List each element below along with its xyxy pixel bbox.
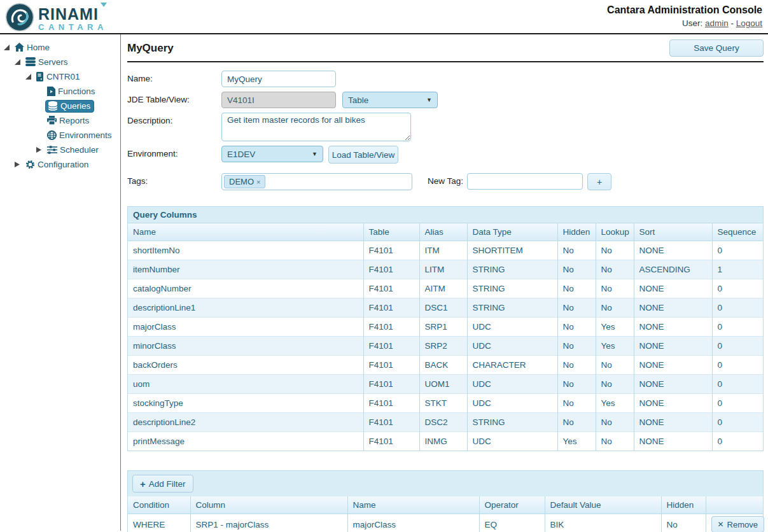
- table-cell: 0: [712, 374, 763, 393]
- environment-label: Environment:: [127, 146, 221, 158]
- table-row[interactable]: minorClassF4101SRP2UDCNoYesNONE0: [128, 336, 763, 355]
- filter-column-header[interactable]: Operator: [479, 496, 545, 514]
- logo-line2: CANTARA: [38, 23, 108, 31]
- filters-header-row: ConditionColumnNameOperatorDefault Value…: [128, 496, 763, 514]
- filters-panel: + Add Filter ConditionColumnNameOperator…: [127, 470, 764, 532]
- collapse-arrow-icon[interactable]: [15, 59, 24, 65]
- tags-input[interactable]: DEMO ×: [221, 173, 412, 190]
- table-cell: 0: [712, 412, 763, 431]
- scheduler-icon: [47, 146, 57, 154]
- load-table-view-button[interactable]: Load Table/View: [328, 146, 398, 164]
- filter-row[interactable]: WHERESRP1 - majorClassmajorClassEQBIKNo✕…: [128, 514, 763, 532]
- filter-column-header[interactable]: Name: [347, 496, 479, 514]
- sidebar-item-configuration[interactable]: Configuration: [0, 157, 120, 172]
- app-header: RINAMI CANTARA Cantara Administration Co…: [0, 0, 768, 34]
- column-header[interactable]: Name: [128, 223, 363, 241]
- table-cell: F4101: [363, 241, 419, 260]
- jde-table-view-row: JDE Table/View: Table ▼: [127, 92, 764, 108]
- sidebar-item-reports[interactable]: Reports: [0, 113, 120, 128]
- table-cell: NONE: [634, 241, 712, 260]
- filter-actions-cell: ✕Remove: [706, 514, 763, 532]
- name-input[interactable]: [221, 71, 336, 87]
- table-cell: No: [596, 412, 634, 431]
- table-cell: 0: [712, 298, 763, 317]
- table-row[interactable]: catalogNumberF4101AITMSTRINGNoNoNONE0: [128, 279, 763, 298]
- table-row[interactable]: printMessageF4101INMGUDCYesNoNONE0: [128, 431, 763, 451]
- table-cell: AITM: [419, 279, 467, 298]
- jde-table-view-label: JDE Table/View:: [127, 92, 221, 104]
- column-header[interactable]: Sequence: [712, 223, 763, 241]
- table-cell: CHARACTER: [467, 355, 557, 374]
- tag-remove-icon[interactable]: ×: [256, 178, 260, 186]
- table-cell: backOrders: [128, 355, 363, 374]
- table-row[interactable]: backOrdersF4101BACKCHARACTERNoNoNONE0: [128, 355, 763, 374]
- x-icon: ✕: [718, 520, 724, 529]
- logout-link[interactable]: Logout: [736, 18, 762, 28]
- table-cell: No: [557, 355, 596, 374]
- remove-filter-button[interactable]: ✕Remove: [711, 516, 764, 532]
- table-row[interactable]: stockingTypeF4101STKTUDCNoYesNONE0: [128, 393, 763, 412]
- expand-arrow-icon[interactable]: [15, 162, 24, 167]
- filter-column-header[interactable]: Column: [190, 496, 347, 514]
- servers-icon: [25, 57, 36, 66]
- table-cell: shortItemNo: [128, 241, 363, 260]
- sidebar-item-queries[interactable]: Queries: [0, 99, 120, 113]
- sidebar-item-servers[interactable]: Servers: [0, 55, 120, 69]
- filter-column-header[interactable]: Hidden: [661, 496, 706, 514]
- table-row[interactable]: shortItemNoF4101ITMSHORTITEMNoNoNONE0: [128, 241, 763, 260]
- sidebar-item-label: Environments: [59, 130, 112, 140]
- sidebar-item-environments[interactable]: Environments: [0, 128, 120, 143]
- table-cell: DSC1: [419, 298, 467, 317]
- table-row[interactable]: descriptionLine2F4101DSC2STRINGNoNoNONE0: [128, 412, 763, 431]
- sidebar-item-label: Scheduler: [60, 145, 99, 155]
- sidebar-item-home[interactable]: Home: [0, 40, 120, 55]
- filter-column-header[interactable]: Default Value: [545, 496, 661, 514]
- collapse-arrow-icon[interactable]: [4, 45, 13, 50]
- table-cell: F4101: [363, 431, 419, 451]
- add-filter-button[interactable]: + Add Filter: [132, 475, 193, 493]
- environment-row: Environment: E1DEV ▼ Load Table/View: [127, 146, 764, 164]
- table-row[interactable]: itemNumberF4101LITMSTRINGNoNoASCENDING1: [128, 260, 763, 279]
- save-query-button[interactable]: Save Query: [669, 39, 764, 57]
- column-header[interactable]: Sort: [634, 223, 712, 241]
- table-row[interactable]: descriptionLine1F4101DSC1STRINGNoNoNONE0: [128, 298, 763, 317]
- table-row[interactable]: uomF4101UOM1UDCNoNoNONE0: [128, 374, 763, 393]
- table-cell: F4101: [363, 336, 419, 355]
- filter-column-header[interactable]: Condition: [128, 496, 190, 514]
- filter-cell: SRP1 - majorClass: [190, 514, 347, 532]
- sidebar-item-cntr01[interactable]: CNTR01: [0, 69, 120, 84]
- sidebar-tree: HomeServersCNTR01FunctionsQueriesReports…: [0, 34, 121, 531]
- add-tag-button[interactable]: +: [587, 173, 611, 190]
- table-cell: Yes: [596, 317, 634, 336]
- expand-arrow-icon[interactable]: [36, 147, 45, 153]
- column-header[interactable]: Data Type: [467, 223, 557, 241]
- main-content: MyQuery Save Query Name: JDE Table/View:…: [121, 34, 768, 531]
- sidebar-item-scheduler[interactable]: Scheduler: [0, 143, 120, 157]
- environment-select-value: E1DEV: [227, 150, 255, 159]
- logo-line1: RINAMI: [38, 6, 108, 22]
- collapse-arrow-icon[interactable]: [25, 74, 34, 80]
- sidebar-item-functions[interactable]: Functions: [0, 84, 120, 99]
- environment-select[interactable]: E1DEV ▼: [221, 146, 323, 162]
- table-cell: INMG: [419, 431, 467, 451]
- table-cell: stockingType: [128, 393, 363, 412]
- table-cell: No: [557, 336, 596, 355]
- column-header[interactable]: Lookup: [596, 223, 634, 241]
- table-cell: 0: [712, 279, 763, 298]
- table-cell: SRP1: [419, 317, 467, 336]
- remove-label: Remove: [727, 520, 758, 529]
- table-type-select[interactable]: Table ▼: [342, 92, 438, 108]
- filter-column-header[interactable]: [706, 496, 763, 514]
- table-row[interactable]: majorClassF4101SRP1UDCNoYesNONE0: [128, 317, 763, 336]
- column-header[interactable]: Table: [363, 223, 419, 241]
- table-cell: ASCENDING: [634, 260, 712, 279]
- column-header[interactable]: Hidden: [557, 223, 596, 241]
- new-tag-input[interactable]: [467, 173, 583, 190]
- user-name-link[interactable]: admin: [705, 18, 729, 28]
- table-cell: No: [557, 393, 596, 412]
- table-cell: descriptionLine2: [128, 412, 363, 431]
- table-cell: NONE: [634, 393, 712, 412]
- description-row: Description:: [127, 113, 764, 141]
- column-header[interactable]: Alias: [419, 223, 467, 241]
- description-textarea[interactable]: [221, 113, 411, 141]
